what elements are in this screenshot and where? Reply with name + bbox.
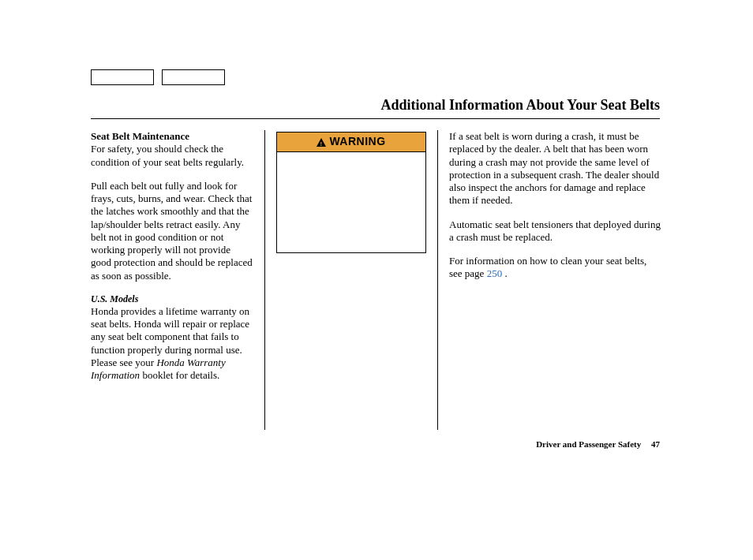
subheading-us-models: U.S. Models <box>91 293 253 305</box>
manual-page: Additional Information About Your Seat B… <box>0 0 753 560</box>
warning-header: ! WARNING <box>277 133 425 152</box>
footer-section: Driver and Passenger Safety <box>536 439 641 449</box>
section-heading: Seat Belt Maintenance <box>91 130 253 143</box>
paragraph: For safety, you should check the conditi… <box>91 143 253 169</box>
title-divider <box>91 118 660 119</box>
text: . <box>502 267 508 279</box>
warning-triangle-icon: ! <box>317 138 326 147</box>
paragraph: Honda provides a lifetime warranty on se… <box>91 305 253 383</box>
column-right: If a seat belt is worn during a crash, i… <box>438 130 661 430</box>
top-button-row <box>91 69 225 85</box>
paragraph: Automatic seat belt tensioners that depl… <box>449 218 661 245</box>
text: For information on how to clean your sea… <box>449 255 646 279</box>
paragraph: Pull each belt out fully and look for fr… <box>91 180 253 282</box>
paragraph: For information on how to clean your sea… <box>449 255 661 281</box>
page-footer: Driver and Passenger Safety 47 <box>536 439 660 449</box>
column-middle: ! WARNING <box>264 130 438 430</box>
page-title: Additional Information About Your Seat B… <box>380 97 660 114</box>
top-button-1[interactable] <box>91 69 154 85</box>
warning-label: WARNING <box>329 135 385 147</box>
paragraph: If a seat belt is worn during a crash, i… <box>449 130 661 207</box>
footer-page-number: 47 <box>651 439 660 449</box>
page-link[interactable]: 250 <box>487 267 503 279</box>
column-left: Seat Belt Maintenance For safety, you sh… <box>91 130 264 430</box>
top-button-2[interactable] <box>162 69 225 85</box>
content-columns: Seat Belt Maintenance For safety, you sh… <box>91 130 661 430</box>
warning-box: ! WARNING <box>276 132 426 253</box>
svg-text:!: ! <box>320 140 323 147</box>
text: booklet for details. <box>140 369 219 381</box>
